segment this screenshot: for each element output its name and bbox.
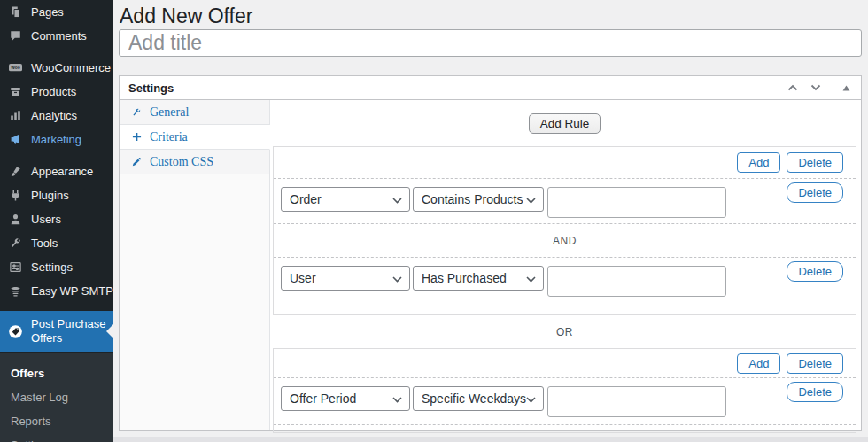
sidebar-item-label: Appearance [31,165,93,179]
sidebar-item-marketing[interactable]: Marketing [0,128,113,151]
user-icon [8,212,23,227]
tab-criteria[interactable]: Criteria [120,125,270,150]
products-icon [8,84,23,99]
rule-operator-select[interactable]: Specific Weekdays [413,386,544,411]
sidebar-item-label: Users [31,213,61,227]
sidebar-item-plugins[interactable]: Plugins [0,183,113,207]
sidebar-item-easy-wp-smtp[interactable]: Easy WP SMTP [0,279,113,303]
pages-icon [8,4,23,19]
rule-group-1-header: Add Delete [274,147,856,179]
toggle-panel-icon[interactable] [842,85,850,91]
sidebar-item-woocommerce[interactable]: Woo WooCommerce [0,56,113,80]
rule-operator-select[interactable]: Has Purchased [413,266,544,291]
settings-tab-column: General Criteria Custom CSS [120,100,270,430]
or-joiner: OR [273,315,856,348]
sidebar-item-tools[interactable]: Tools [0,231,113,255]
sidebar-item-label: Analytics [31,109,77,123]
tab-label: Custom CSS [150,155,213,169]
settings-metabox-body: General Criteria Custom CSS [120,100,861,430]
sidebar-item-settings[interactable]: Settings [0,255,113,279]
submenu-item-reports[interactable]: Reports [0,409,113,433]
rule-field-select[interactable]: User [281,266,410,291]
offer-title-input[interactable] [119,29,862,57]
sidebar-item-label: Marketing [31,133,81,147]
plug-icon [8,188,23,203]
sidebar-item-label: Plugins [31,189,69,203]
chevron-down-icon [526,192,536,206]
rule-field-select[interactable]: Offer Period [281,386,410,411]
move-up-icon[interactable] [787,84,798,91]
page-bottom-strip [113,437,868,442]
rule-group-1: Add Delete Order Contains Products [273,146,856,315]
rule-group-2-header: Add Delete [274,349,856,378]
pencil-icon [130,157,143,167]
megaphone-icon [8,132,23,147]
row-delete-button[interactable]: Delete [787,261,843,282]
rule-row: Offer Period Specific Weekdays Delete [274,378,856,425]
settings-metabox: Settings General [119,75,862,431]
chevron-down-icon [392,271,402,285]
woocommerce-icon: Woo [8,60,23,75]
menu-separator [0,303,113,311]
sidebar-item-label: Pages [31,5,64,19]
row-delete-button[interactable]: Delete [787,182,843,203]
analytics-icon [8,108,23,123]
add-rule-button[interactable]: Add Rule [529,113,601,134]
select-value: Contains Products [422,192,523,206]
tab-label: Criteria [150,130,188,144]
wrench-icon [130,107,143,118]
sidebar-item-pages[interactable]: Pages [0,0,113,24]
submenu-item-offers[interactable]: Offers [0,361,113,385]
metabox-title: Settings [128,81,787,95]
sidebar-item-comments[interactable]: Comments [0,24,113,48]
sidebar-item-products[interactable]: Products [0,80,113,104]
page-title: Add New Offer [113,0,868,30]
menu-separator [0,151,113,159]
tab-column-filler [120,174,270,430]
sidebar-item-users[interactable]: Users [0,207,113,231]
wrench-icon [8,236,23,251]
select-value: Has Purchased [422,271,507,285]
group-delete-button[interactable]: Delete [787,152,843,173]
settings-metabox-header: Settings [120,76,861,100]
submenu-item-master-log[interactable]: Master Log [0,385,113,409]
chevron-down-icon [526,392,536,406]
row-delete-button[interactable]: Delete [787,382,843,402]
group-delete-button[interactable]: Delete [787,353,843,374]
sidebar-item-label: WooCommerce [31,61,111,75]
sidebar-item-label: Settings [31,260,73,275]
sidebar-item-analytics[interactable]: Analytics [0,104,113,128]
tab-general[interactable]: General [120,100,270,125]
rule-value-input[interactable] [547,187,726,218]
menu-separator [0,48,113,56]
submenu-item-settings[interactable]: Settings [0,433,113,442]
add-rule-bar: Add Rule [273,100,856,146]
rule-field-select[interactable]: Order [281,187,410,212]
select-value: Specific Weekdays [422,392,526,406]
chevron-down-icon [526,271,536,285]
rule-operator-select[interactable]: Contains Products [413,187,544,212]
and-joiner: AND [274,224,856,258]
paintbrush-icon [8,164,23,179]
sidebar-item-label: Comments [31,29,87,43]
group-add-button[interactable]: Add [737,152,780,173]
chevron-down-icon [392,392,402,406]
svg-text:Woo: Woo [11,66,19,70]
move-down-icon[interactable] [810,84,821,91]
sidebar-item-post-purchase-offers[interactable]: Post Purchase Offers [0,311,113,352]
sidebar-item-label: Easy WP SMTP [31,284,113,299]
select-value: User [290,271,316,285]
select-value: Order [290,192,322,206]
group-footer [274,425,856,432]
tab-custom-css[interactable]: Custom CSS [120,150,270,174]
rule-value-input[interactable] [547,266,726,297]
plugin-submenu: Offers Master Log Reports Settings [0,353,113,442]
sliders-icon [8,260,23,275]
select-value: Offer Period [290,392,356,406]
group-add-button[interactable]: Add [737,353,780,374]
smtp-layers-icon [8,283,23,299]
criteria-content: Add Rule Add Delete Order Contai [270,100,861,430]
rule-value-input[interactable] [547,386,726,417]
sidebar-item-appearance[interactable]: Appearance [0,159,113,183]
sidebar-item-label: Post Purchase Offers [31,317,113,345]
